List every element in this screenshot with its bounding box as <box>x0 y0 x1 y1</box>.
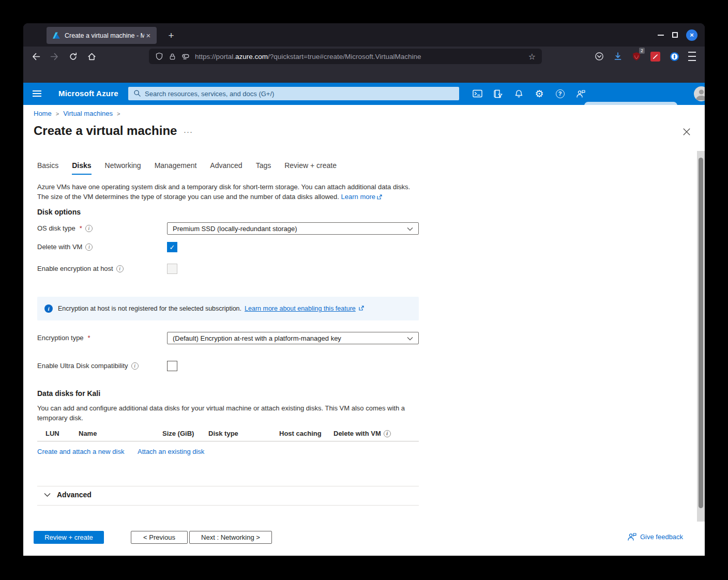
account-avatar[interactable] <box>694 86 705 101</box>
chevron-down-icon <box>407 334 413 342</box>
data-disks-description: You can add and configure additional dat… <box>37 403 422 423</box>
ultra-disk-label-text: Enable Ultra Disk compatibility <box>37 362 128 370</box>
context-menu-icon[interactable]: ··· <box>184 127 193 136</box>
os-disk-type-value: Premium SSD (locally-redundant storage) <box>173 225 297 233</box>
window-minimize-button[interactable] <box>658 35 664 36</box>
notifications-bell-icon[interactable] <box>512 87 525 100</box>
os-disk-type-label-text: OS disk type <box>37 224 75 232</box>
settings-gear-icon[interactable]: ⚙ <box>533 87 545 100</box>
wand-extension-icon[interactable] <box>649 50 661 63</box>
previous-button[interactable]: < Previous <box>131 531 188 544</box>
directory-filter-icon[interactable] <box>492 87 504 100</box>
azure-favicon-icon <box>52 32 60 40</box>
info-icon[interactable]: i <box>85 243 93 251</box>
home-icon[interactable] <box>83 48 100 65</box>
lock-icon[interactable] <box>169 53 176 60</box>
info-banner: i Encryption at host is not registered f… <box>37 297 419 320</box>
portal-search <box>128 87 459 100</box>
url-domain: azure.com <box>235 53 268 60</box>
info-icon[interactable]: i <box>85 225 93 232</box>
next-networking-button[interactable]: Next : Networking > <box>189 531 272 544</box>
back-icon[interactable] <box>27 48 44 65</box>
tab-close-icon[interactable]: × <box>144 32 153 40</box>
os-disk-type-dropdown[interactable]: Premium SSD (locally-redundant storage) <box>167 222 419 235</box>
breadcrumb-sep-icon: > <box>56 111 59 117</box>
ublock-extension-icon[interactable]: 2 <box>630 50 643 63</box>
tab-networking[interactable]: Networking <box>105 161 141 175</box>
col-name: Name <box>79 430 97 437</box>
blade-close-icon[interactable] <box>682 127 691 136</box>
browser-window: Create a virtual machine - Mi × + × <box>23 23 705 556</box>
tab-advanced[interactable]: Advanced <box>210 161 242 175</box>
feedback-icon <box>627 532 636 541</box>
ultra-disk-checkbox[interactable]: ✓ <box>167 361 177 371</box>
onepassword-extension-icon[interactable] <box>668 50 680 63</box>
col-size: Size (GiB) <box>162 430 194 437</box>
intro-line2: The size of the VM determines the type o… <box>37 193 339 201</box>
forward-icon[interactable] <box>46 48 63 65</box>
bookmark-star-icon[interactable]: ☆ <box>528 52 536 62</box>
reload-icon[interactable] <box>65 48 81 65</box>
learn-more-label: Learn more <box>341 193 375 201</box>
os-disk-type-label: OS disk type*i <box>37 224 93 232</box>
tracking-shield-icon[interactable] <box>155 52 163 60</box>
pocket-icon[interactable] <box>593 50 605 63</box>
new-tab-button[interactable]: + <box>164 29 178 42</box>
required-marker: * <box>80 224 82 232</box>
breadcrumb-home[interactable]: Home <box>34 110 52 117</box>
create-attach-disk-link[interactable]: Create and attach a new disk <box>37 448 124 455</box>
delete-with-vm-label: Delete with VMi <box>37 243 93 251</box>
azure-brand[interactable]: Microsoft Azure <box>58 89 118 98</box>
help-icon[interactable]: ? <box>554 87 566 100</box>
attach-existing-disk-link[interactable]: Attach an existing disk <box>138 448 204 455</box>
browser-tab[interactable]: Create a virtual machine - Mi × <box>47 27 157 44</box>
breadcrumb-virtual-machines[interactable]: Virtual machines <box>63 110 113 117</box>
info-icon[interactable]: i <box>116 265 124 272</box>
delete-with-vm-checkbox[interactable]: ✓ <box>167 242 177 252</box>
col-delete-with-vm-text: Delete with VM <box>333 430 381 437</box>
tab-disks[interactable]: Disks <box>72 161 91 175</box>
encryption-type-dropdown[interactable]: (Default) Encryption at-rest with a plat… <box>167 332 419 344</box>
data-disks-line1: You can add and configure additional dat… <box>37 403 422 413</box>
breadcrumb-sep-icon: > <box>117 111 120 117</box>
checkmark-icon: ✓ <box>170 243 175 251</box>
permissions-icon[interactable] <box>181 52 190 60</box>
tab-review-create[interactable]: Review + create <box>284 161 337 175</box>
search-icon <box>133 89 141 99</box>
downloads-icon[interactable] <box>612 50 624 63</box>
external-link-icon <box>359 305 364 312</box>
divider <box>37 505 419 506</box>
window-close-button[interactable]: × <box>686 29 697 41</box>
tab-management[interactable]: Management <box>155 161 197 175</box>
delete-with-vm-label-text: Delete with VM <box>37 243 82 251</box>
encryption-type-value: (Default) Encryption at-rest with a plat… <box>173 334 341 342</box>
divider <box>37 486 419 486</box>
window-maximize-button[interactable] <box>672 32 678 38</box>
learn-more-link[interactable]: Learn more <box>341 193 375 201</box>
tab-title: Create a virtual machine - Mi <box>65 32 144 39</box>
give-feedback-label: Give feedback <box>640 533 683 541</box>
col-disk-type: Disk type <box>208 430 238 437</box>
portal-menu-icon[interactable] <box>31 89 43 99</box>
chevron-down-icon <box>44 493 51 497</box>
portal-search-input[interactable] <box>128 87 459 100</box>
banner-learn-more-link[interactable]: Learn more about enabling this feature <box>245 305 356 312</box>
menu-icon[interactable] <box>686 50 698 63</box>
cloud-shell-icon[interactable] <box>471 87 483 100</box>
disk-options-heading: Disk options <box>37 208 81 216</box>
feedback-icon[interactable] <box>574 87 587 100</box>
tab-tags[interactable]: Tags <box>256 161 271 175</box>
url-path: /?quickstart=true#create/Microsoft.Virtu… <box>268 53 421 60</box>
chevron-down-icon <box>407 225 413 233</box>
scrollbar-track[interactable] <box>697 151 705 522</box>
breadcrumb: Home > Virtual machines > <box>34 110 124 117</box>
give-feedback-link[interactable]: Give feedback <box>627 532 683 541</box>
url-bar[interactable]: https://portal.azure.com/?quickstart=tru… <box>149 49 542 64</box>
encryption-at-host-checkbox[interactable]: ✓ <box>167 264 177 274</box>
scrollbar-thumb[interactable] <box>699 158 703 508</box>
info-icon[interactable]: i <box>131 362 139 370</box>
tab-basics[interactable]: Basics <box>37 161 58 175</box>
review-create-button[interactable]: Review + create <box>34 531 104 544</box>
advanced-section-toggle[interactable]: Advanced <box>44 491 92 499</box>
info-icon[interactable]: i <box>384 430 391 437</box>
